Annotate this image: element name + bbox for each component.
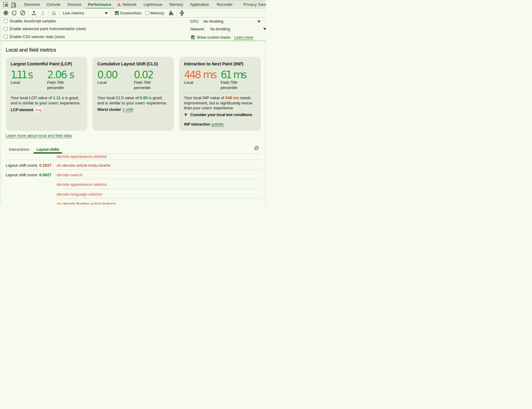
cls-description: Your local CLS value of 0.00 is good, an… [97,95,170,106]
live-metrics-view: Local and field metrics Largest Contentf… [1,41,266,205]
layout-shift-row[interactable]: div.devsite-floating-action-buttons [6,198,261,205]
screenshots-checkbox-row[interactable]: Screenshots [115,11,141,15]
lcp-local-label: Local [11,80,40,85]
check-icon [115,12,119,15]
checkbox[interactable] [4,19,8,23]
lcp-card-title: Largest Contentful Paint (LCP) [11,61,82,66]
tab-label: Network [123,2,137,7]
tab-memory[interactable]: Memory [166,1,186,8]
tab-label: Application [190,2,209,7]
checkbox[interactable] [4,35,8,39]
panel-tabs: Elements Console Sources [21,1,266,8]
layout-shift-selector-cell: devsite-search [57,173,261,179]
card-divider [11,92,82,93]
collapse-button[interactable] [179,10,184,16]
record-icon [3,10,9,16]
layout-shift-score-cell [6,201,57,205]
tab-layout-shifts[interactable]: Layout shifts [33,146,62,154]
selector-class: .devsite-floating-action-buttons [61,201,116,205]
tab-console[interactable]: Console [43,1,64,8]
live-metrics-dropdown-arrow[interactable] [105,12,108,14]
reload-record-button[interactable] [11,10,17,16]
tab-elements[interactable]: Elements [21,1,43,8]
tab-privacy-sandbox[interactable]: Privacy Sandbox [240,1,266,8]
record-button[interactable] [3,10,9,16]
layout-shift-score-cell [6,182,57,189]
memory-label: Memory [151,11,164,15]
toolbar-divider [48,10,49,15]
layout-shift-selector-cell: div.devsite-article-body.clearfix [57,163,261,169]
custom-tracks-learn-more-link[interactable]: Learn more [234,35,253,40]
settings-checkbox-label: Enable CSS selector stats (slow) [10,35,65,39]
network-throttling-select[interactable]: No throttling [210,27,230,31]
tab-lighthouse[interactable]: Lighthouse [140,1,166,8]
clear-button[interactable] [20,10,25,16]
layout-shift-row[interactable]: Layout shift score: 0.1837 div.devsite-a… [6,160,261,170]
settings-checkbox-row[interactable]: Enable advanced paint instrumentation (s… [4,27,86,31]
reload-icon [11,10,17,16]
clear-log-button[interactable] [254,146,259,150]
toggle-device-toolbar-button[interactable] [9,1,17,8]
lcp-field-value: 2.06 s [47,69,82,80]
tab-label: Memory [169,2,183,7]
cls-local-value: 0.00 [97,69,134,80]
inp-test-conditions-disclosure[interactable]: Consider your local test conditions [184,112,252,117]
tab-performance[interactable]: Performance [85,1,115,8]
screenshots-checkbox[interactable] [115,11,119,15]
layout-shift-row[interactable]: Layout shift score: 0.0027 devsite-searc… [6,170,261,179]
tab-label: Privacy Sandbox [243,2,266,7]
score-value: 0.1837 [39,163,52,168]
home-button[interactable] [51,10,57,16]
worst-cluster-link[interactable]: 1 shift [123,107,133,112]
lcp-field-label: Field 75th percentile [47,80,76,90]
cpu-throttling-select[interactable]: No throttling [204,19,224,24]
score-label: Layout shift score: [6,163,39,168]
tabbar-divider [19,2,20,7]
cls-field-value: 0.02 [134,69,169,80]
card-divider [97,92,169,93]
network-dropdown-arrow[interactable] [263,28,266,30]
clear-icon [20,10,25,16]
tab-interactions[interactable]: Interactions [6,146,33,154]
layout-shift-row[interactable]: devsite-appearance-selector [6,179,261,189]
inp-card-title: Interaction to Next Paint (INP) [184,61,256,66]
tab-sources[interactable]: Sources [64,1,85,8]
inspect-icon [3,2,8,7]
checkbox[interactable] [4,27,8,31]
tab-recorder[interactable]: Recorder [213,1,236,8]
screenshots-label: Screenshots [120,11,141,15]
memory-checkbox[interactable] [145,11,149,15]
upload-profile-button[interactable] [31,10,37,16]
show-custom-tracks-checkbox[interactable] [191,35,195,39]
live-metrics-select[interactable]: Live metrics [63,11,84,15]
inspect-element-button[interactable] [2,1,10,8]
performance-settings-pane: Disable JavaScript samples Enable advanc… [1,18,266,41]
settings-checkbox-row[interactable]: Disable JavaScript samples [4,19,56,23]
layout-shift-selector-cell: devsite-language-selector [57,192,261,198]
tab-network[interactable]: Network [114,1,140,8]
gc-button[interactable] [169,11,174,15]
settings-checkbox-row[interactable]: Enable CSS selector stats (slow) [4,35,65,39]
inp-interaction-link[interactable]: pointer [212,122,224,127]
warning-icon [117,3,121,6]
show-custom-tracks-label: Show custom tracks [197,35,230,40]
field-data-learn-more-link[interactable]: Learn more about local and field data [6,133,72,138]
lcp-description: Your local LCP value of 1.11 s is good, … [11,95,83,106]
performance-toolbar: Live metrics Screenshots Memory [1,9,266,18]
cpu-dropdown-arrow[interactable] [257,21,260,23]
layout-shift-score-cell [6,192,57,198]
tab-label: Console [46,2,61,7]
memory-checkbox-row[interactable]: Memory [145,11,164,15]
layout-shift-row[interactable]: devsite-language-selector [6,189,261,198]
cls-worst-cluster-row: Worst cluster 1 shift [97,107,133,112]
layout-shift-row[interactable]: devsite-appearance-selector [6,154,261,160]
tab-application[interactable]: Application [187,1,212,8]
desc-value: 0.00 [140,95,147,100]
network-label: Network: [190,27,205,31]
lcp-element-node-link[interactable]: img [34,107,43,112]
upload-icon [31,10,37,16]
desc-prefix: Your local INP value of [184,95,225,100]
download-profile-button[interactable] [40,10,45,16]
layout-shift-rows: devsite-appearance-selector Layout shift… [6,154,261,205]
show-custom-tracks-row[interactable]: Show custom tracks Learn more [191,35,253,40]
